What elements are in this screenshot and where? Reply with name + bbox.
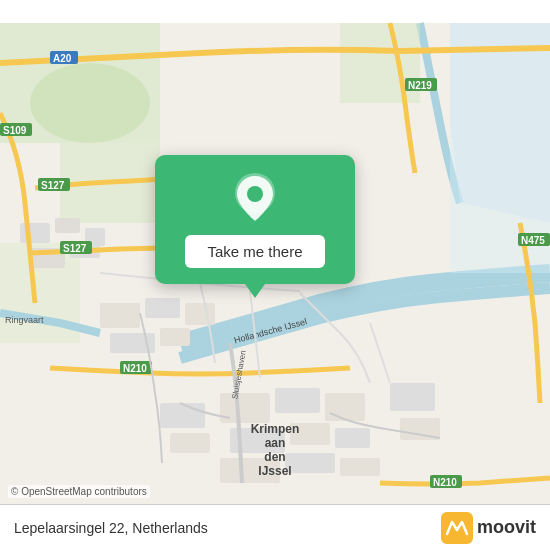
svg-text:N210: N210 (433, 477, 457, 488)
svg-rect-16 (160, 328, 190, 346)
take-me-there-button[interactable]: Take me there (185, 235, 324, 268)
svg-rect-25 (340, 458, 380, 476)
svg-rect-18 (275, 388, 320, 413)
svg-rect-26 (160, 403, 205, 428)
moovit-logo: moovit (441, 512, 536, 544)
svg-text:den: den (264, 450, 285, 464)
svg-rect-19 (325, 393, 365, 421)
svg-rect-28 (390, 383, 435, 411)
location-icon-wrapper (230, 173, 280, 223)
svg-rect-24 (285, 453, 335, 473)
svg-text:N219: N219 (408, 80, 432, 91)
address-label: Lepelaarsingel 22, Netherlands (14, 520, 208, 536)
bottom-bar: Lepelaarsingel 22, Netherlands moovit (0, 504, 550, 550)
map-container: A20 A20 S109 S127 S127 N219 N475 N210 N2… (0, 0, 550, 550)
svg-rect-12 (100, 303, 140, 328)
svg-text:Ringvaart: Ringvaart (5, 315, 44, 325)
svg-text:N210: N210 (123, 363, 147, 374)
moovit-logo-text: moovit (477, 517, 536, 538)
osm-copyright: © OpenStreetMap contributors (8, 485, 150, 498)
svg-rect-22 (335, 428, 370, 448)
popup-card: Take me there (155, 155, 355, 284)
svg-rect-7 (20, 223, 50, 243)
svg-point-55 (247, 186, 263, 202)
svg-rect-14 (185, 303, 215, 325)
svg-rect-27 (170, 433, 210, 453)
svg-text:S127: S127 (41, 180, 65, 191)
copyright-label: © OpenStreetMap contributors (11, 486, 147, 497)
location-pin-icon (230, 171, 280, 226)
svg-text:S127: S127 (63, 243, 87, 254)
svg-point-4 (30, 63, 150, 143)
moovit-logo-icon (441, 512, 473, 544)
svg-text:N475: N475 (521, 235, 545, 246)
svg-text:IJssel: IJssel (258, 464, 291, 478)
svg-text:aan: aan (265, 436, 286, 450)
svg-text:A20: A20 (53, 53, 72, 64)
svg-text:Krimpen: Krimpen (251, 422, 300, 436)
svg-rect-8 (55, 218, 80, 233)
svg-text:S109: S109 (3, 125, 27, 136)
svg-rect-13 (145, 298, 180, 318)
